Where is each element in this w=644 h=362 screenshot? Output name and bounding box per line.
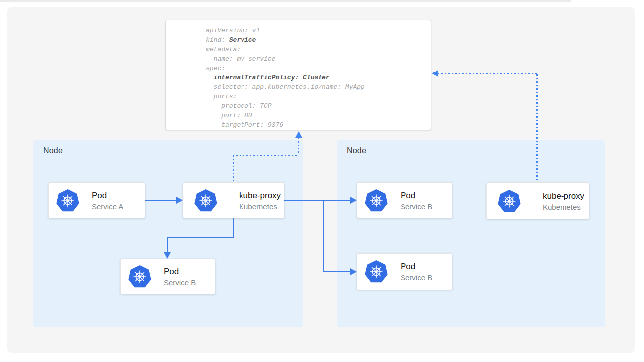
card-title: Pod (401, 190, 432, 201)
pod-service-b1-right-card: Pod Service B (357, 182, 452, 218)
connector-to-podb-left (167, 237, 168, 253)
card-subtitle: Kubernetes (239, 201, 281, 212)
kubernetes-icon (365, 260, 388, 283)
service-yaml-card: apiVersion: v1kind: Servicemetadata: nam… (165, 20, 431, 130)
kubernetes-service-traffic-diagram: apiVersion: v1kind: Servicemetadata: nam… (0, 0, 644, 362)
dotted-kubeproxy-right-up (536, 74, 538, 182)
yaml-line: port: 80 (206, 111, 431, 120)
card-subtitle: Service B (401, 272, 432, 283)
kube-proxy-left-card: kube-proxy Kubernetes (183, 182, 284, 218)
connector-down-horizontal (167, 237, 234, 238)
arrowhead-up-icon (295, 131, 302, 138)
yaml-line: apiVersion: v1 (206, 26, 431, 35)
connector-kubeproxy-to-podb1 (284, 200, 351, 201)
card-title: Pod (92, 190, 123, 201)
kubernetes-icon (128, 265, 151, 288)
top-divider (0, 0, 571, 2)
pod-service-b-left-card: Pod Service B (120, 259, 215, 294)
card-subtitle: Service B (401, 201, 432, 212)
arrowhead-right-icon (176, 197, 183, 204)
connector-branch-vertical (323, 200, 324, 272)
node-label: Node (43, 146, 63, 155)
dotted-right-horizontal (438, 73, 537, 74)
card-title: Pod (164, 266, 196, 277)
arrowhead-down-icon (164, 252, 171, 259)
pod-service-a-card: Pod Service A (48, 182, 145, 218)
yaml-line: kind: Service (206, 35, 431, 45)
card-title: kube-proxy (543, 190, 584, 202)
card-title: kube-proxy (239, 190, 281, 201)
arrowhead-right-icon (350, 268, 357, 275)
kubernetes-icon (194, 189, 217, 212)
yaml-line: name: my-service (206, 54, 431, 64)
connector-poda-to-kubeproxy (145, 200, 177, 201)
kube-proxy-right-card: kube-proxy Kubernetes (486, 182, 589, 219)
connector-branch-to-podb2 (323, 271, 351, 272)
yaml-line: - protocol: TCP (206, 101, 431, 111)
connector-kubeproxy-down (233, 218, 234, 238)
yaml-line: ports: (206, 92, 431, 101)
yaml-line: selector: app.kubernetes.io/name: MyApp (206, 82, 431, 92)
dotted-left-to-yaml (298, 138, 299, 155)
kubernetes-icon (365, 189, 388, 212)
card-title: Pod (401, 261, 432, 272)
card-subtitle: Kubernetes (543, 202, 584, 212)
node-label: Node (347, 146, 366, 155)
yaml-line: spec: (206, 64, 431, 73)
yaml-line: internalTrafficPolicy: Cluster (206, 73, 431, 82)
yaml-line: metadata: (206, 45, 431, 54)
dotted-left-horizontal (233, 155, 299, 156)
arrowhead-right-icon (350, 197, 357, 204)
yaml-line: targetPort: 9376 (206, 120, 431, 130)
kubernetes-icon (498, 190, 521, 213)
dotted-kubeproxy-left-up (233, 155, 234, 182)
node-box-left: Node (33, 140, 303, 327)
arrowhead-left-icon (432, 70, 438, 77)
pod-service-b2-right-card: Pod Service B (357, 253, 452, 290)
kubernetes-icon (56, 189, 79, 212)
card-subtitle: Service A (92, 201, 123, 212)
card-subtitle: Service B (164, 277, 196, 288)
node-box-right: Node (337, 140, 605, 327)
